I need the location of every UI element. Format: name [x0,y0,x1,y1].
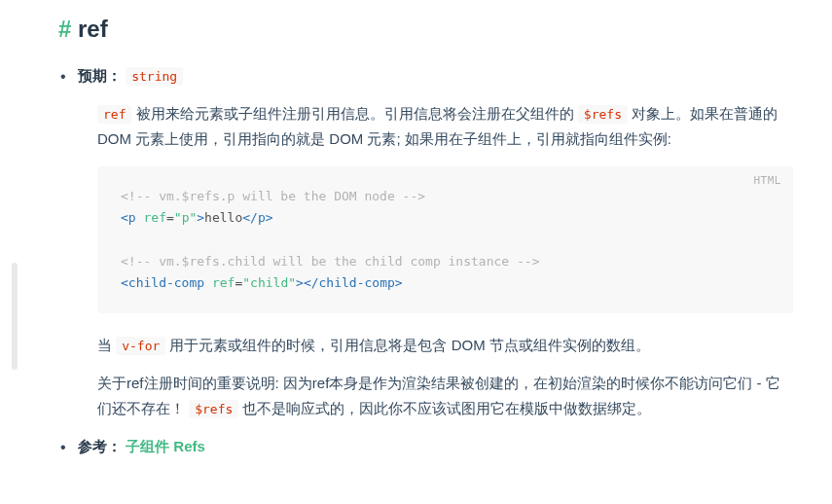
inline-code-refs-2: $refs [189,400,238,418]
inline-code-ref: ref [97,105,131,124]
see-also-label: 参考： [78,438,122,454]
description-1: ref 被用来给元素或子组件注册引用信息。引用信息将会注册在父组件的 $refs… [97,101,793,151]
description-2: 当 v-for 用于元素或组件的时候，引用信息将是包含 DOM 节点或组件实例的… [97,333,793,358]
inline-code-vfor: v-for [116,337,165,355]
title-text: ref [78,16,108,42]
inline-code-refs: $refs [578,105,628,124]
expected-label: 预期： [78,67,122,84]
scrollbar-hint [12,263,18,370]
expected-type-code: string [126,67,183,86]
expected-type-item: 预期： string ref 被用来给元素或子组件注册引用信息。引用信息将会注册… [58,63,793,420]
description-3: 关于ref注册时间的重要说明: 因为ref本身是作为渲染结果被创建的，在初始渲染… [97,371,793,420]
code-lang-badge: HTML [754,172,782,191]
see-also-link[interactable]: 子组件 Refs [126,438,205,454]
hash-anchor: # [58,16,71,42]
code-pre: <!-- vm.$refs.p will be the DOM node -->… [121,186,770,293]
see-also-item: 参考： 子组件 Refs [58,434,793,459]
page-title: # ref [58,10,793,63]
code-example: HTML <!-- vm.$refs.p will be the DOM nod… [97,166,793,312]
